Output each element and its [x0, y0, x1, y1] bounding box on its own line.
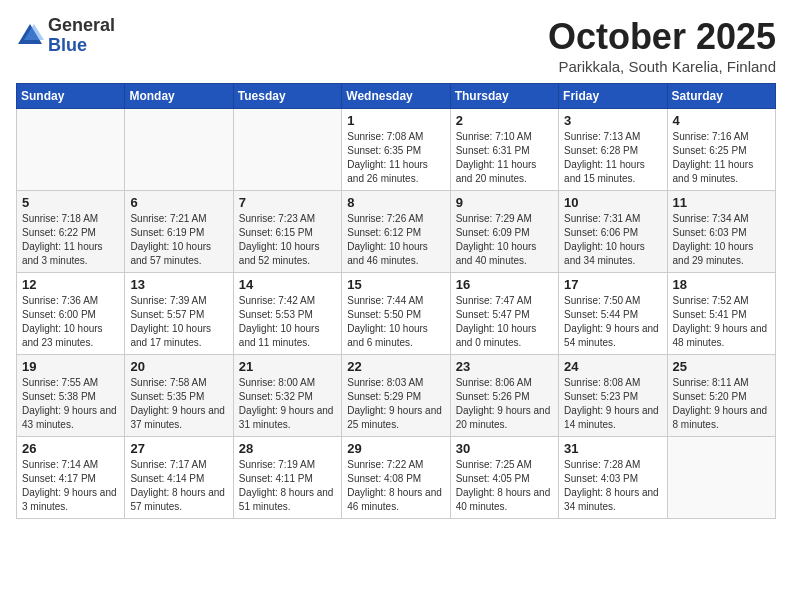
day-number: 29 — [347, 441, 444, 456]
day-number: 17 — [564, 277, 661, 292]
day-info: Sunrise: 7:17 AM Sunset: 4:14 PM Dayligh… — [130, 458, 227, 514]
calendar-cell: 10Sunrise: 7:31 AM Sunset: 6:06 PM Dayli… — [559, 191, 667, 273]
day-number: 1 — [347, 113, 444, 128]
calendar-cell: 26Sunrise: 7:14 AM Sunset: 4:17 PM Dayli… — [17, 437, 125, 519]
day-info: Sunrise: 7:47 AM Sunset: 5:47 PM Dayligh… — [456, 294, 553, 350]
calendar-cell: 23Sunrise: 8:06 AM Sunset: 5:26 PM Dayli… — [450, 355, 558, 437]
calendar-cell: 20Sunrise: 7:58 AM Sunset: 5:35 PM Dayli… — [125, 355, 233, 437]
weekday-header-saturday: Saturday — [667, 84, 775, 109]
weekday-header-thursday: Thursday — [450, 84, 558, 109]
day-number: 24 — [564, 359, 661, 374]
title-area: October 2025 Parikkala, South Karelia, F… — [548, 16, 776, 75]
day-number: 26 — [22, 441, 119, 456]
calendar-cell: 5Sunrise: 7:18 AM Sunset: 6:22 PM Daylig… — [17, 191, 125, 273]
calendar-cell: 13Sunrise: 7:39 AM Sunset: 5:57 PM Dayli… — [125, 273, 233, 355]
day-number: 30 — [456, 441, 553, 456]
day-info: Sunrise: 7:39 AM Sunset: 5:57 PM Dayligh… — [130, 294, 227, 350]
calendar-cell: 1Sunrise: 7:08 AM Sunset: 6:35 PM Daylig… — [342, 109, 450, 191]
calendar-cell: 16Sunrise: 7:47 AM Sunset: 5:47 PM Dayli… — [450, 273, 558, 355]
calendar-cell — [125, 109, 233, 191]
day-number: 15 — [347, 277, 444, 292]
calendar-cell: 2Sunrise: 7:10 AM Sunset: 6:31 PM Daylig… — [450, 109, 558, 191]
calendar-table: SundayMondayTuesdayWednesdayThursdayFrid… — [16, 83, 776, 519]
calendar-cell: 27Sunrise: 7:17 AM Sunset: 4:14 PM Dayli… — [125, 437, 233, 519]
day-number: 8 — [347, 195, 444, 210]
day-info: Sunrise: 7:16 AM Sunset: 6:25 PM Dayligh… — [673, 130, 770, 186]
calendar-week-row: 12Sunrise: 7:36 AM Sunset: 6:00 PM Dayli… — [17, 273, 776, 355]
day-number: 21 — [239, 359, 336, 374]
calendar-cell: 11Sunrise: 7:34 AM Sunset: 6:03 PM Dayli… — [667, 191, 775, 273]
day-info: Sunrise: 7:34 AM Sunset: 6:03 PM Dayligh… — [673, 212, 770, 268]
calendar-cell: 22Sunrise: 8:03 AM Sunset: 5:29 PM Dayli… — [342, 355, 450, 437]
day-number: 10 — [564, 195, 661, 210]
weekday-header-tuesday: Tuesday — [233, 84, 341, 109]
logo: General Blue — [16, 16, 115, 56]
day-number: 5 — [22, 195, 119, 210]
day-info: Sunrise: 7:10 AM Sunset: 6:31 PM Dayligh… — [456, 130, 553, 186]
day-number: 6 — [130, 195, 227, 210]
day-number: 20 — [130, 359, 227, 374]
day-info: Sunrise: 8:11 AM Sunset: 5:20 PM Dayligh… — [673, 376, 770, 432]
day-number: 12 — [22, 277, 119, 292]
day-info: Sunrise: 7:28 AM Sunset: 4:03 PM Dayligh… — [564, 458, 661, 514]
calendar-cell: 9Sunrise: 7:29 AM Sunset: 6:09 PM Daylig… — [450, 191, 558, 273]
calendar-cell: 24Sunrise: 8:08 AM Sunset: 5:23 PM Dayli… — [559, 355, 667, 437]
day-info: Sunrise: 7:21 AM Sunset: 6:19 PM Dayligh… — [130, 212, 227, 268]
day-info: Sunrise: 7:50 AM Sunset: 5:44 PM Dayligh… — [564, 294, 661, 350]
day-number: 14 — [239, 277, 336, 292]
weekday-header-friday: Friday — [559, 84, 667, 109]
calendar-cell: 4Sunrise: 7:16 AM Sunset: 6:25 PM Daylig… — [667, 109, 775, 191]
calendar-cell: 30Sunrise: 7:25 AM Sunset: 4:05 PM Dayli… — [450, 437, 558, 519]
weekday-header-sunday: Sunday — [17, 84, 125, 109]
calendar-week-row: 1Sunrise: 7:08 AM Sunset: 6:35 PM Daylig… — [17, 109, 776, 191]
day-info: Sunrise: 8:00 AM Sunset: 5:32 PM Dayligh… — [239, 376, 336, 432]
day-info: Sunrise: 7:42 AM Sunset: 5:53 PM Dayligh… — [239, 294, 336, 350]
logo-general-text: General — [48, 15, 115, 35]
day-number: 4 — [673, 113, 770, 128]
calendar-cell: 29Sunrise: 7:22 AM Sunset: 4:08 PM Dayli… — [342, 437, 450, 519]
day-info: Sunrise: 7:55 AM Sunset: 5:38 PM Dayligh… — [22, 376, 119, 432]
day-info: Sunrise: 7:58 AM Sunset: 5:35 PM Dayligh… — [130, 376, 227, 432]
day-number: 28 — [239, 441, 336, 456]
calendar-cell: 8Sunrise: 7:26 AM Sunset: 6:12 PM Daylig… — [342, 191, 450, 273]
day-info: Sunrise: 7:25 AM Sunset: 4:05 PM Dayligh… — [456, 458, 553, 514]
calendar-cell: 12Sunrise: 7:36 AM Sunset: 6:00 PM Dayli… — [17, 273, 125, 355]
day-number: 11 — [673, 195, 770, 210]
day-number: 22 — [347, 359, 444, 374]
logo-icon — [16, 22, 44, 50]
day-info: Sunrise: 7:44 AM Sunset: 5:50 PM Dayligh… — [347, 294, 444, 350]
day-number: 25 — [673, 359, 770, 374]
location-title: Parikkala, South Karelia, Finland — [548, 58, 776, 75]
logo-blue-text: Blue — [48, 35, 87, 55]
day-info: Sunrise: 8:06 AM Sunset: 5:26 PM Dayligh… — [456, 376, 553, 432]
day-info: Sunrise: 7:52 AM Sunset: 5:41 PM Dayligh… — [673, 294, 770, 350]
day-info: Sunrise: 7:08 AM Sunset: 6:35 PM Dayligh… — [347, 130, 444, 186]
calendar-cell: 21Sunrise: 8:00 AM Sunset: 5:32 PM Dayli… — [233, 355, 341, 437]
day-number: 31 — [564, 441, 661, 456]
day-info: Sunrise: 7:29 AM Sunset: 6:09 PM Dayligh… — [456, 212, 553, 268]
day-info: Sunrise: 7:31 AM Sunset: 6:06 PM Dayligh… — [564, 212, 661, 268]
calendar-cell: 7Sunrise: 7:23 AM Sunset: 6:15 PM Daylig… — [233, 191, 341, 273]
day-number: 16 — [456, 277, 553, 292]
day-number: 7 — [239, 195, 336, 210]
day-number: 19 — [22, 359, 119, 374]
weekday-header-wednesday: Wednesday — [342, 84, 450, 109]
calendar-cell: 3Sunrise: 7:13 AM Sunset: 6:28 PM Daylig… — [559, 109, 667, 191]
day-info: Sunrise: 7:14 AM Sunset: 4:17 PM Dayligh… — [22, 458, 119, 514]
weekday-header-row: SundayMondayTuesdayWednesdayThursdayFrid… — [17, 84, 776, 109]
calendar-cell — [17, 109, 125, 191]
calendar-cell: 18Sunrise: 7:52 AM Sunset: 5:41 PM Dayli… — [667, 273, 775, 355]
calendar-cell: 17Sunrise: 7:50 AM Sunset: 5:44 PM Dayli… — [559, 273, 667, 355]
calendar-cell: 19Sunrise: 7:55 AM Sunset: 5:38 PM Dayli… — [17, 355, 125, 437]
day-info: Sunrise: 7:26 AM Sunset: 6:12 PM Dayligh… — [347, 212, 444, 268]
calendar-cell: 31Sunrise: 7:28 AM Sunset: 4:03 PM Dayli… — [559, 437, 667, 519]
day-info: Sunrise: 7:23 AM Sunset: 6:15 PM Dayligh… — [239, 212, 336, 268]
calendar-cell — [233, 109, 341, 191]
calendar-cell — [667, 437, 775, 519]
calendar-cell: 14Sunrise: 7:42 AM Sunset: 5:53 PM Dayli… — [233, 273, 341, 355]
calendar-cell: 6Sunrise: 7:21 AM Sunset: 6:19 PM Daylig… — [125, 191, 233, 273]
day-number: 18 — [673, 277, 770, 292]
day-number: 3 — [564, 113, 661, 128]
day-number: 2 — [456, 113, 553, 128]
month-title: October 2025 — [548, 16, 776, 58]
